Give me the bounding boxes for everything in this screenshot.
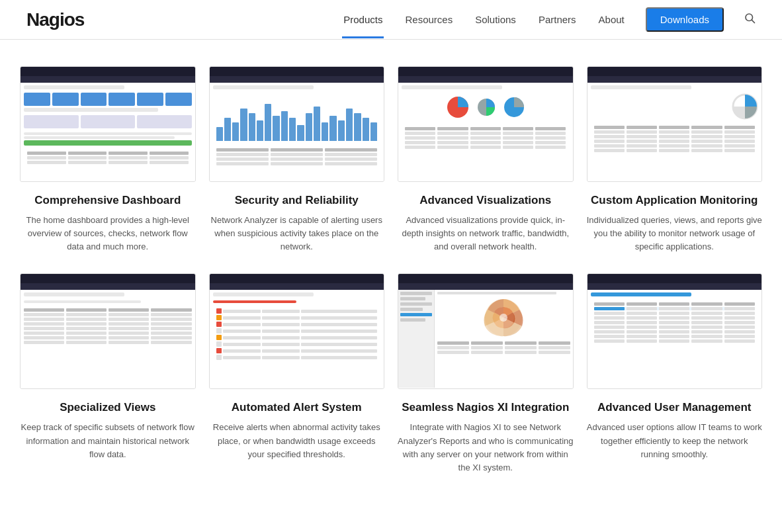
card-title-viz: Advanced Visualizations	[419, 194, 551, 207]
svg-point-8	[500, 314, 507, 322]
card-desc-dashboard: The home dashboard provides a high-level…	[20, 214, 196, 253]
card-desc-viz: Advanced visualizations provide quick, i…	[398, 214, 574, 253]
card-desc-usermgmt: Advanced user options allow IT teams to …	[587, 421, 763, 461]
screenshot-dashboard	[20, 66, 196, 182]
card-title-views: Specialized Views	[60, 401, 155, 414]
card-security: Security and Reliability Network Analyze…	[209, 66, 385, 253]
nav-partners[interactable]: Partners	[537, 14, 578, 25]
card-title-dashboard: Comprehensive Dashboard	[34, 194, 181, 207]
screenshot-alerts	[209, 273, 385, 389]
card-monitoring: Custom Application Monitoring Individual…	[587, 66, 763, 253]
features-grid: Comprehensive Dashboard The home dashboa…	[20, 66, 762, 474]
main-content: Comprehensive Dashboard The home dashboa…	[0, 40, 782, 501]
card-views: Specialized Views Keep track of specific…	[20, 273, 196, 474]
site-header: Nagios Products Resources Solutions Part…	[0, 0, 782, 40]
card-title-integration: Seamless Nagios XI Integration	[402, 401, 569, 414]
card-desc-views: Keep track of specific subsets of networ…	[20, 421, 196, 461]
card-title-security: Security and Reliability	[235, 194, 359, 207]
nav-products[interactable]: Products	[342, 14, 384, 25]
screenshot-security	[209, 66, 385, 182]
downloads-button[interactable]: Downloads	[646, 7, 724, 32]
card-viz: Advanced Visualizations Advanced visuali…	[398, 66, 574, 253]
card-dashboard: Comprehensive Dashboard The home dashboa…	[20, 66, 196, 253]
card-alerts: Automated Alert System Receive alerts wh…	[209, 273, 385, 474]
nav-resources[interactable]: Resources	[404, 14, 454, 25]
screenshot-viz	[398, 66, 574, 182]
svg-line-1	[752, 20, 754, 22]
card-desc-security: Network Analyzer is capable of alerting …	[209, 214, 385, 253]
site-logo[interactable]: Nagios	[26, 9, 84, 30]
screenshot-integration	[398, 273, 574, 389]
card-desc-monitoring: Individualized queries, views, and repor…	[587, 214, 763, 253]
card-usermgmt: Advanced User Management Advanced user o…	[587, 273, 763, 474]
card-desc-integration: Integrate with Nagios XI to see Network …	[398, 421, 574, 474]
nav-about[interactable]: About	[597, 14, 626, 25]
search-icon[interactable]	[744, 12, 756, 27]
nav-solutions[interactable]: Solutions	[474, 14, 517, 25]
screenshot-views	[20, 273, 196, 389]
card-title-usermgmt: Advanced User Management	[597, 401, 751, 414]
screenshot-usermgmt	[587, 273, 763, 389]
card-title-alerts: Automated Alert System	[232, 401, 362, 414]
screenshot-monitoring	[587, 66, 763, 182]
card-integration: Seamless Nagios XI Integration Integrate…	[398, 273, 574, 474]
card-desc-alerts: Receive alerts when abnormal activity ta…	[209, 421, 385, 461]
card-title-monitoring: Custom Application Monitoring	[591, 194, 758, 207]
main-nav: Products Resources Solutions Partners Ab…	[342, 7, 756, 32]
